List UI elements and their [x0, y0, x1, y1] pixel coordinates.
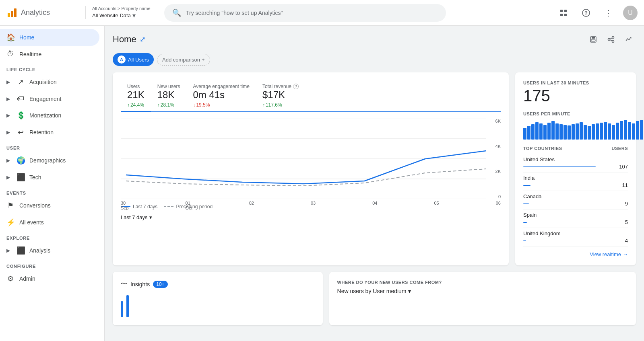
more-icon: ⋮: [605, 8, 613, 18]
new-users-card: WHERE DO YOUR NEW USERS COME FROM? New u…: [329, 272, 636, 325]
top-countries-label: TOP COUNTRIES: [523, 146, 562, 151]
view-realtime-button[interactable]: View realtime →: [523, 251, 628, 257]
insights-button[interactable]: [621, 32, 636, 47]
country-row[interactable]: United Kingdom 4: [523, 228, 628, 247]
y-label-4k: 4K: [495, 144, 501, 149]
sidebar-item-analysis[interactable]: ▶ ⬛ Analysis: [0, 242, 99, 259]
search-icon: 🔍: [172, 8, 181, 17]
save-report-icon: [589, 35, 597, 43]
new-users-tab[interactable]: New users 18K ↑ 28.1%: [151, 80, 187, 111]
main-content: Home ⤢: [105, 26, 644, 341]
new-users-dropdown[interactable]: New users by User medium ▾: [337, 288, 628, 294]
search-bar[interactable]: 🔍 Try searching "how to set up Analytics…: [164, 4, 446, 22]
total-revenue-tab[interactable]: Total revenue ? $17K ↑ 117.6%: [256, 80, 305, 111]
country-row[interactable]: India 11: [523, 173, 628, 191]
view-realtime-label: View realtime: [590, 251, 621, 257]
analysis-icon: ⬛: [17, 246, 25, 255]
country-count: 11: [622, 182, 628, 188]
svg-point-12: [612, 37, 614, 39]
all-events-icon: ⚡: [6, 218, 14, 227]
insights-bar-2: [126, 295, 129, 317]
mini-bar-item: [604, 122, 607, 140]
country-bar-row: 11: [523, 182, 628, 188]
mini-bar-chart: [523, 119, 628, 140]
mini-bar-item: [568, 125, 571, 140]
tech-icon: ⬛: [17, 173, 25, 182]
mini-bar-item: [620, 121, 623, 140]
monetization-icon: 💲: [17, 111, 25, 120]
y-label-2k: 2K: [495, 169, 501, 174]
breadcrumb-bottom[interactable]: All Website Data ▾: [92, 12, 158, 19]
where-label: WHERE DO YOUR NEW USERS COME FROM?: [337, 280, 628, 285]
sidebar-item-demographics[interactable]: ▶ 🌍 Demographics: [0, 152, 99, 169]
lifecycle-section: LIFE CYCLE: [0, 62, 104, 74]
svg-rect-4: [564, 10, 567, 12]
sidebar-item-tech[interactable]: ▶ ⬛ Tech: [0, 169, 99, 186]
chart-x-labels: 30Sep 01Oct 02 03 04 05 06: [121, 201, 501, 210]
breadcrumb: All Accounts > Property name All Website…: [85, 6, 158, 19]
revenue-info-icon: ?: [293, 84, 299, 89]
more-button[interactable]: ⋮: [601, 5, 617, 21]
avg-engagement-tab[interactable]: Average engagement time 0m 41s ↓ 19.5%: [186, 80, 256, 111]
apps-button[interactable]: [555, 5, 572, 21]
page-title-link-icon[interactable]: ⤢: [140, 35, 146, 44]
help-button[interactable]: ?: [578, 5, 594, 21]
sidebar-item-conversions[interactable]: ⚑ Conversions: [0, 197, 99, 214]
mini-bar-item: [535, 122, 539, 140]
sidebar-item-engagement[interactable]: ▶ 🏷 Engagement: [0, 90, 99, 107]
new-users-by-label: New users by User medium: [337, 288, 407, 294]
mini-bar-item: [640, 120, 643, 140]
sidebar-label-tech: Tech: [29, 174, 41, 181]
logo-text: Analytics: [21, 8, 50, 17]
x-label-04: 04: [372, 201, 377, 210]
mini-bar-item: [572, 124, 575, 140]
mini-bar-item: [531, 124, 535, 140]
period-dropdown-icon: ▾: [149, 214, 152, 220]
country-row[interactable]: United States 107: [523, 154, 628, 173]
users-tab[interactable]: Users 21K ↑ 24.4%: [121, 80, 151, 112]
sidebar-item-all-events[interactable]: ⚡ All events: [0, 214, 99, 231]
mini-bar-item: [547, 123, 551, 140]
all-users-chip[interactable]: A All Users: [113, 53, 154, 66]
mini-bar-item: [539, 123, 543, 140]
user-avatar[interactable]: U: [623, 6, 638, 20]
filter-row: A All Users Add comparison +: [113, 53, 636, 66]
sidebar-item-home[interactable]: 🏠 Home: [0, 29, 99, 46]
svg-line-15: [610, 38, 612, 39]
sidebar-label-conversions: Conversions: [19, 202, 51, 209]
share-button[interactable]: [604, 32, 618, 47]
mini-bar-item: [559, 124, 563, 140]
main-layout: 🏠 Home ⏱ Realtime LIFE CYCLE ▶ ↗ Acquisi…: [0, 26, 644, 341]
mini-bar-item: [555, 123, 559, 140]
mini-bar-item: [608, 123, 611, 140]
svg-rect-5: [560, 14, 563, 16]
insights-title-row: 〜 Insights 10+: [121, 280, 315, 288]
save-report-button[interactable]: [586, 32, 601, 47]
svg-rect-0: [8, 13, 10, 17]
main-chart: 6K 4K 2K 0 30Sep 01Oct 02 03 04 05 06: [121, 119, 501, 199]
country-row[interactable]: Spain 5: [523, 210, 628, 228]
demographics-icon: 🌍: [17, 156, 25, 165]
svg-rect-6: [564, 14, 567, 16]
sidebar-item-admin[interactable]: ⚙ Admin: [0, 270, 99, 287]
avatar-initial: U: [628, 9, 633, 16]
top-header: Analytics All Accounts > Property name A…: [0, 0, 644, 26]
sidebar-item-monetization[interactable]: ▶ 💲 Monetization: [0, 107, 99, 124]
search-placeholder: Try searching "how to set up Analytics": [186, 10, 283, 16]
x-label-03: 03: [311, 201, 316, 210]
period-selector[interactable]: Last 7 days ▾: [121, 214, 501, 220]
sidebar-item-retention[interactable]: ▶ ↩ Retention: [0, 124, 99, 141]
add-comparison-button[interactable]: Add comparison +: [157, 54, 210, 66]
users-tab-value: 21K: [127, 89, 144, 101]
svg-rect-11: [591, 39, 595, 41]
country-count: 107: [619, 164, 628, 170]
sidebar: 🏠 Home ⏱ Realtime LIFE CYCLE ▶ ↗ Acquisi…: [0, 26, 105, 341]
sidebar-item-realtime[interactable]: ⏱ Realtime: [0, 46, 99, 62]
breadcrumb-top: All Accounts > Property name: [92, 6, 158, 11]
svg-line-16: [610, 40, 612, 41]
country-bar-row: 5: [523, 219, 628, 225]
sidebar-item-acquisition[interactable]: ▶ ↗ Acquisition: [0, 74, 99, 90]
x-label-02: 02: [249, 201, 254, 210]
home-icon: 🏠: [6, 33, 14, 42]
country-row[interactable]: Canada 9: [523, 191, 628, 210]
